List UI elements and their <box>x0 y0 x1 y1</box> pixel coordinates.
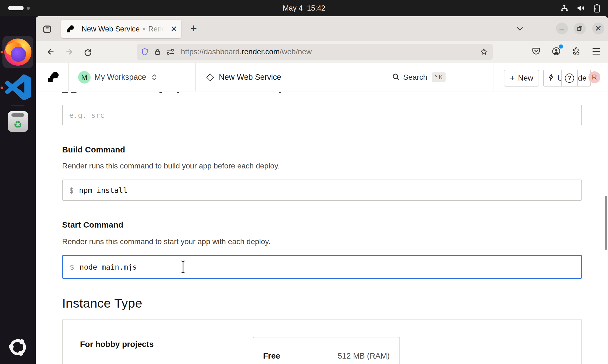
dock-item-vscode[interactable] <box>0 74 36 101</box>
reload-button[interactable] <box>81 45 94 59</box>
dock-divider <box>11 105 24 106</box>
instance-audience-label: For hobby projects <box>80 340 154 349</box>
browser-window: New Web Service • Rend ✕ + ✕ <box>36 16 608 364</box>
desktop: May 4 15:42 <box>0 0 608 364</box>
clock-time: 15:42 <box>307 4 325 12</box>
new-button[interactable]: + New <box>504 70 539 87</box>
form-scroll-area: e.g. src Build Command Render runs this … <box>36 91 608 364</box>
tracking-shield-icon[interactable] <box>141 48 149 56</box>
tab-new-web-service[interactable]: New Web Service • Rend ✕ <box>61 20 181 38</box>
user-menu[interactable]: R <box>588 63 600 91</box>
extensions-icon[interactable] <box>570 45 583 58</box>
firefox-icon <box>4 39 31 66</box>
plan-option-free[interactable]: Free 512 MB (RAM) <box>253 337 400 364</box>
vscode-running-dot <box>1 87 3 89</box>
battery-charging-icon[interactable] <box>593 4 600 13</box>
network-icon[interactable] <box>560 4 568 12</box>
workspace-name: My Workspace <box>94 73 146 82</box>
render-logo <box>48 72 59 83</box>
tab-bar: New Web Service • Rend ✕ + ✕ <box>36 16 608 41</box>
page-content: M My Workspace New Web Service Search <box>36 63 608 364</box>
url-bar[interactable]: https://dashboard.render.com/web/new <box>137 44 493 60</box>
url-text: https://dashboard.render.com/web/new <box>181 47 480 56</box>
dock-item-firefox[interactable] <box>0 37 36 67</box>
tab-title: New Web Service • Rend <box>82 25 169 33</box>
window-close-icon: ✕ <box>595 24 601 33</box>
url-scheme: https://dashboard. <box>181 47 242 56</box>
chevron-updown-icon <box>152 74 157 81</box>
help-icon: ? <box>565 74 574 83</box>
firefox-view-button[interactable] <box>41 23 53 35</box>
instance-type-card: For hobby projects Free 512 MB (RAM) <box>62 319 582 364</box>
firefox-running-dot <box>1 51 3 53</box>
url-domain: render.com <box>242 47 280 56</box>
recycle-glyph: ♻ <box>14 120 22 130</box>
start-command-label: Start Command <box>62 220 123 229</box>
tab-close-icon[interactable]: ✕ <box>171 25 177 33</box>
plus-icon: + <box>510 73 515 83</box>
workspace-avatar: M <box>78 71 91 84</box>
url-path: /web/new <box>280 47 312 56</box>
header-divider <box>68 63 69 91</box>
header-divider <box>195 63 196 91</box>
permissions-icon[interactable] <box>166 49 174 55</box>
workspace-selector[interactable]: M My Workspace <box>78 63 157 91</box>
text-cursor <box>180 260 187 275</box>
system-clock[interactable]: May 4 15:42 <box>0 0 608 16</box>
menu-icon[interactable] <box>590 45 603 58</box>
shell-prompt: $ <box>69 186 73 194</box>
volume-icon[interactable] <box>577 4 585 12</box>
dock-item-trash[interactable]: ♻ <box>0 111 36 132</box>
window-close-button[interactable]: ✕ <box>592 23 604 34</box>
tab-title-separator: • <box>143 25 145 33</box>
vscode-icon <box>5 74 31 101</box>
diamond-icon <box>206 73 214 81</box>
render-app-header: M My Workspace New Web Service Search <box>36 63 608 91</box>
plan-name: Free <box>263 351 280 360</box>
pocket-icon[interactable] <box>530 45 542 58</box>
navigation-toolbar: https://dashboard.render.com/web/new <box>36 41 608 63</box>
toolbar-buttons <box>530 45 603 58</box>
clock-date: May 4 <box>283 4 303 12</box>
render-favicon <box>66 25 74 33</box>
search-icon <box>392 73 400 82</box>
window-minimize-button[interactable] <box>556 23 568 34</box>
user-avatar: R <box>588 71 600 83</box>
new-tab-button[interactable]: + <box>187 22 200 35</box>
build-command-label: Build Command <box>62 145 125 154</box>
start-command-description: Render runs this command to start your a… <box>62 237 270 246</box>
trash-icon: ♻ <box>8 111 28 132</box>
build-command-input[interactable]: $ npm install <box>62 180 582 201</box>
account-icon[interactable] <box>550 45 562 58</box>
system-top-bar: May 4 15:42 <box>0 0 608 16</box>
bookmark-star-icon[interactable] <box>480 48 488 56</box>
tab-title-overflow: Rend <box>148 25 166 33</box>
search-button[interactable]: Search ^ K <box>392 63 446 91</box>
dock: ♻ <box>0 16 36 364</box>
header-divider <box>494 63 494 91</box>
forward-button[interactable] <box>62 45 76 59</box>
plan-ram: 512 MB (RAM) <box>338 352 390 360</box>
help-button[interactable]: ? <box>561 70 578 87</box>
back-button[interactable] <box>44 45 57 59</box>
lightning-icon <box>548 74 554 83</box>
shell-prompt: $ <box>70 263 74 271</box>
page-scrollbar-thumb[interactable] <box>605 196 607 250</box>
build-command-value: npm install <box>79 186 127 194</box>
root-directory-placeholder: e.g. src <box>69 111 104 119</box>
account-notification-dot <box>559 44 563 49</box>
search-label: Search <box>403 73 427 82</box>
build-command-description: Render runs this command to build your a… <box>62 162 280 170</box>
ubuntu-logo-icon <box>8 337 28 358</box>
start-command-input[interactable]: $ node main.mjs <box>62 255 582 279</box>
breadcrumb: New Web Service <box>207 63 281 91</box>
search-shortcut-badge: ^ K <box>432 72 446 82</box>
page-title: New Web Service <box>219 73 281 82</box>
dock-item-ubuntu-launcher[interactable] <box>0 334 36 361</box>
window-restore-button[interactable] <box>574 23 586 34</box>
lock-icon[interactable] <box>154 48 161 56</box>
root-directory-input[interactable]: e.g. src <box>62 105 582 125</box>
render-logo-link[interactable] <box>48 63 59 91</box>
list-all-tabs-button[interactable] <box>514 23 525 34</box>
start-command-value: node main.mjs <box>79 263 137 271</box>
